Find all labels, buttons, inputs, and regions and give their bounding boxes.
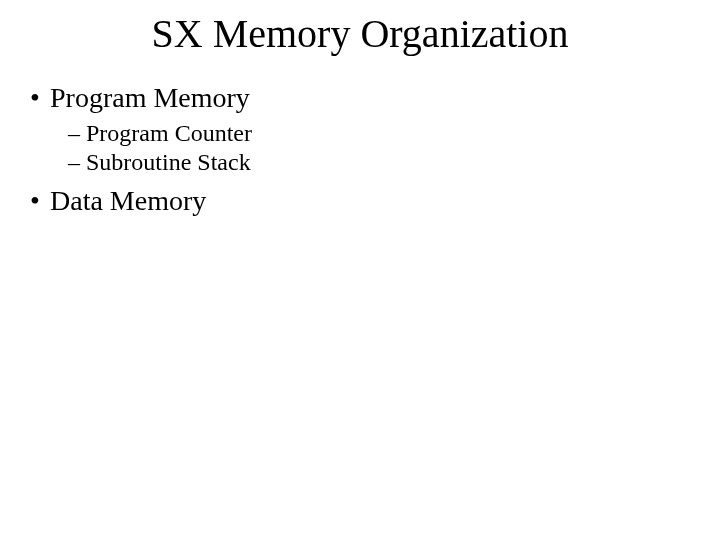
slide-body: •Program Memory –Program Counter –Subrou… (30, 80, 252, 222)
slide: SX Memory Organization •Program Memory –… (0, 0, 720, 540)
bullet-icon: • (30, 80, 50, 115)
sub-item-subroutine-stack: –Subroutine Stack (30, 148, 252, 177)
bullet-item-program-memory: •Program Memory (30, 80, 252, 115)
bullet-label: Data Memory (50, 185, 206, 216)
sub-label: Program Counter (86, 120, 252, 146)
slide-title: SX Memory Organization (0, 10, 720, 57)
sub-item-program-counter: –Program Counter (30, 119, 252, 148)
dash-icon: – (68, 119, 86, 148)
bullet-label: Program Memory (50, 82, 250, 113)
dash-icon: – (68, 148, 86, 177)
sub-label: Subroutine Stack (86, 149, 251, 175)
bullet-item-data-memory: •Data Memory (30, 183, 252, 218)
bullet-icon: • (30, 183, 50, 218)
